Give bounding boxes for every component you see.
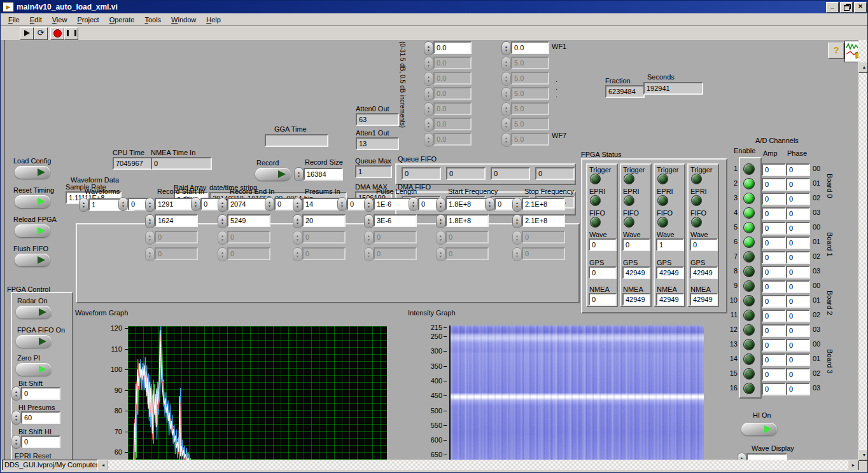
adc-amp-input-2[interactable]: 0	[762, 178, 786, 191]
wfdata-spinner-1-0[interactable]	[218, 198, 227, 211]
adc-amp-input-1[interactable]: 0	[762, 163, 786, 176]
wave-display-spinner[interactable]	[738, 453, 746, 460]
adc-enable-led-4[interactable]	[743, 207, 755, 219]
button-radar-on[interactable]	[16, 306, 52, 319]
wfdata-value-1-0[interactable]: 2074	[227, 198, 270, 210]
wfdata-index-spinner-5[interactable]	[486, 198, 494, 210]
wfdata-value-5-1[interactable]: 2.1E+8	[522, 214, 565, 227]
wfdata-value-3-1[interactable]: 3E-6	[374, 214, 417, 227]
numeric-bit-shift-hi[interactable]: 0	[21, 435, 60, 448]
adc-phase-input-15[interactable]: 0	[786, 368, 810, 381]
button-reset-timing[interactable]	[15, 195, 50, 208]
wfdata-index-spinner-4[interactable]	[409, 198, 417, 210]
adc-amp-input-12[interactable]: 0	[762, 324, 786, 337]
spinner-hi-presums[interactable]	[12, 411, 20, 424]
menu-item-file[interactable]: File	[3, 15, 25, 25]
adc-phase-input-10[interactable]: 0	[786, 295, 810, 308]
fpga-status-wave-value-3[interactable]: 0	[690, 238, 718, 251]
adc-amp-input-16[interactable]: 0	[762, 383, 786, 395]
adc-phase-input-8[interactable]: 0	[786, 266, 810, 278]
adc-phase-input-6[interactable]: 0	[786, 236, 810, 249]
fpga-status-wave-value-0[interactable]: 0	[589, 238, 617, 251]
menu-item-window[interactable]: Window	[166, 15, 201, 25]
wfdata-value-2-1[interactable]: 20	[302, 214, 346, 227]
adc-phase-input-16[interactable]: 0	[786, 383, 810, 395]
fpga-status-wave-value-1[interactable]: 0	[622, 238, 650, 251]
fpga-status-gps-value-3[interactable]: 42949	[690, 266, 718, 279]
adc-enable-led-7[interactable]	[743, 251, 755, 263]
adc-enable-led-13[interactable]	[743, 339, 755, 350]
wfdata-spinner-4-1[interactable]	[437, 215, 445, 228]
wfdata-value-4-1[interactable]: 1.8E+8	[445, 214, 489, 227]
waveforms-spinner[interactable]	[80, 198, 88, 211]
adc-enable-led-8[interactable]	[743, 266, 755, 277]
adc-enable-led-2[interactable]	[743, 178, 755, 189]
context-help-button[interactable]: ?	[828, 43, 844, 59]
wfdata-spinner-5-1[interactable]	[513, 215, 521, 228]
adc-enable-led-3[interactable]	[743, 193, 755, 204]
intensity-plot-area[interactable]	[449, 326, 704, 460]
numeric-bit-shift[interactable]: 0	[21, 387, 60, 400]
button-reload-fpga[interactable]	[15, 224, 50, 237]
adc-phase-input-13[interactable]: 0	[786, 339, 810, 352]
adc-amp-input-11[interactable]: 0	[762, 310, 786, 322]
wfdata-index-spinner-0[interactable]	[119, 198, 127, 210]
menu-item-view[interactable]: View	[47, 15, 73, 25]
adc-amp-input-3[interactable]: 0	[762, 193, 786, 205]
adc-phase-input-12[interactable]: 0	[786, 324, 810, 337]
menu-item-tools[interactable]: Tools	[139, 15, 166, 25]
adc-phase-input-7[interactable]: 0	[786, 251, 810, 264]
adc-phase-input-9[interactable]: 0	[786, 280, 810, 293]
wfdata-spinner-0-0[interactable]	[146, 198, 154, 211]
vscroll-down-arrow[interactable]: ▼	[858, 449, 868, 461]
wfdata-spinner-4-0[interactable]	[437, 198, 445, 211]
adc-amp-input-5[interactable]: 0	[762, 222, 786, 235]
adc-phase-input-14[interactable]: 0	[786, 353, 810, 366]
button-load-config[interactable]	[15, 166, 50, 179]
adc-amp-input-10[interactable]: 0	[762, 295, 786, 308]
adc-enable-led-5[interactable]	[743, 222, 755, 233]
wave-display-input[interactable]	[746, 453, 787, 460]
adc-enable-led-10[interactable]	[743, 295, 755, 306]
wfdata-index-spinner-3[interactable]	[338, 198, 346, 210]
numeric-hi-presums[interactable]: 60	[21, 411, 60, 424]
spinner-bit-shift-hi[interactable]	[12, 435, 20, 448]
waveform-plot-area[interactable]	[128, 326, 387, 460]
adc-amp-input-15[interactable]: 0	[762, 368, 786, 381]
wfdata-value-5-0[interactable]: 2.1E+8	[522, 198, 565, 210]
menu-item-operate[interactable]: Operate	[104, 15, 140, 25]
wfdata-value-0-1[interactable]: 1624	[155, 214, 198, 227]
record-button[interactable]	[255, 168, 291, 181]
close-button[interactable]: ✕	[854, 2, 867, 13]
adc-enable-led-6[interactable]	[743, 236, 755, 248]
wfdata-spinner-2-0[interactable]	[293, 198, 302, 211]
fpga-status-nmea-value-2[interactable]: 42949	[656, 293, 684, 306]
atten-array1-value-0[interactable]: 0.0	[511, 41, 549, 54]
adc-amp-input-4[interactable]: 0	[762, 207, 786, 220]
adc-phase-input-1[interactable]: 0	[786, 163, 810, 176]
pause-button[interactable]	[64, 27, 78, 40]
fpga-status-gps-value-2[interactable]: 42949	[656, 266, 684, 279]
adc-phase-input-11[interactable]: 0	[786, 310, 810, 322]
wfdata-spinner-0-1[interactable]	[146, 215, 154, 228]
record-size-spinner[interactable]	[295, 168, 303, 181]
fpga-status-nmea-value-1[interactable]: 42949	[622, 293, 650, 306]
wfdata-spinner-2-1[interactable]	[293, 215, 302, 228]
fpga-status-gps-value-1[interactable]: 42949	[622, 266, 650, 279]
adc-enable-led-12[interactable]	[743, 324, 755, 336]
adc-enable-led-11[interactable]	[743, 310, 755, 321]
button-zero-pi[interactable]	[16, 363, 52, 376]
adc-amp-input-8[interactable]: 0	[762, 266, 786, 278]
atten-array1-spinner-0[interactable]	[502, 42, 510, 55]
minimize-button[interactable]: _	[826, 2, 839, 13]
fpga-status-nmea-value-3[interactable]: 42949	[690, 293, 718, 306]
wfdata-index-spinner-2[interactable]	[265, 198, 274, 210]
wfdata-value-1-1[interactable]: 5249	[227, 214, 270, 227]
adc-amp-input-6[interactable]: 0	[762, 236, 786, 249]
run-button[interactable]	[20, 27, 34, 40]
wfdata-value-4-0[interactable]: 1.8E+8	[445, 198, 489, 210]
wfdata-spinner-3-1[interactable]	[365, 215, 373, 228]
button-fpga-fifo-on[interactable]	[16, 335, 52, 348]
vscroll-track[interactable]	[858, 40, 868, 460]
adc-phase-input-3[interactable]: 0	[786, 193, 810, 205]
